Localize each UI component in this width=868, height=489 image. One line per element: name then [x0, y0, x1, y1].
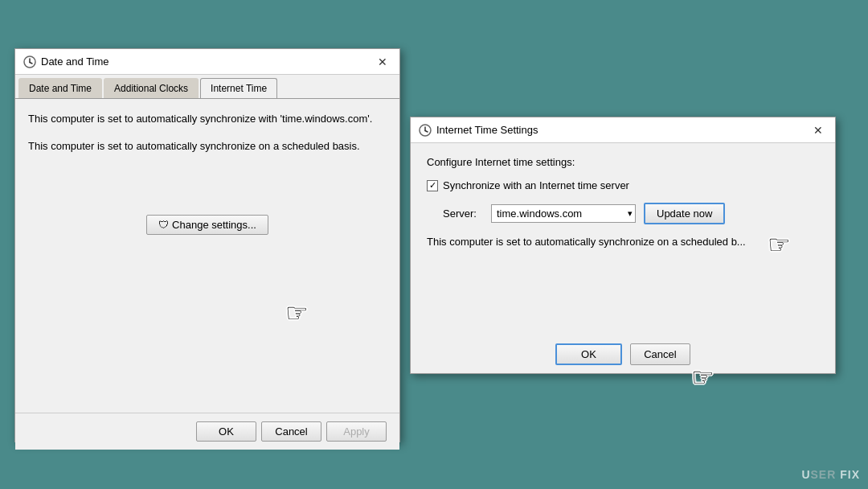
date-time-title-group: Date and Time: [23, 55, 109, 68]
server-label: Server:: [443, 208, 483, 220]
watermark-u: U: [801, 468, 810, 481]
watermark-ser: SER: [811, 468, 837, 481]
tab-date-time[interactable]: Date and Time: [18, 78, 102, 98]
internet-time-title-text: Internet Time Settings: [436, 124, 538, 136]
server-select[interactable]: time.windows.com time.nist.gov pool.ntp.…: [491, 204, 636, 223]
watermark-fix: FIX: [836, 468, 860, 481]
internet-time-ok-button[interactable]: OK: [555, 343, 622, 365]
configure-label: Configure Internet time settings:: [427, 156, 819, 168]
date-time-title-text: Date and Time: [41, 55, 109, 68]
tab-internet-time[interactable]: Internet Time: [200, 78, 277, 98]
sync-info-text: This computer is set to automatically sy…: [28, 112, 387, 126]
close-icon: ✕: [378, 55, 387, 68]
sync-scheduled-text: This computer is set to automatically sy…: [427, 236, 819, 248]
change-settings-container: 🛡 Change settings...: [28, 215, 387, 235]
internet-time-close-button[interactable]: ✕: [809, 121, 827, 139]
svg-line-2: [30, 62, 32, 64]
internet-time-title-group: Internet Time Settings: [419, 124, 538, 137]
shield-icon: 🛡: [158, 219, 169, 231]
date-time-close-button[interactable]: ✕: [374, 53, 391, 71]
scheduled-sync-text: This computer is set to automatically sy…: [28, 139, 387, 154]
clock-icon-2: [419, 124, 432, 137]
internet-time-cancel-button[interactable]: Cancel: [630, 343, 690, 365]
sync-checkbox[interactable]: [427, 180, 438, 191]
internet-time-titlebar: Internet Time Settings ✕: [411, 117, 835, 143]
sync-checkbox-row: Synchronize with an Internet time server: [427, 179, 819, 191]
date-time-footer: OK Cancel Apply: [15, 413, 399, 450]
date-time-tabs: Date and Time Additional Clocks Internet…: [15, 75, 399, 99]
server-select-wrapper: time.windows.com time.nist.gov pool.ntp.…: [491, 204, 636, 223]
apply-button[interactable]: Apply: [326, 421, 387, 442]
internet-time-dialog: Internet Time Settings ✕ Configure Inter…: [410, 117, 836, 374]
internet-time-footer: OK Cancel: [411, 335, 835, 373]
tab-additional-clocks[interactable]: Additional Clocks: [104, 78, 199, 98]
clock-icon: [23, 55, 36, 68]
ok-button[interactable]: OK: [196, 421, 256, 442]
cancel-button[interactable]: Cancel: [261, 421, 321, 442]
date-time-titlebar: Date and Time ✕: [15, 49, 399, 75]
watermark: USER FIX: [801, 468, 860, 481]
date-time-dialog: Date and Time ✕ Date and Time Additional…: [14, 48, 400, 442]
date-time-content: This computer is set to automatically sy…: [15, 99, 399, 413]
close-icon-2: ✕: [813, 124, 823, 137]
svg-line-5: [425, 130, 428, 132]
update-now-button[interactable]: Update now: [644, 203, 725, 224]
sync-checkbox-label: Synchronize with an Internet time server: [443, 179, 629, 191]
change-settings-button[interactable]: 🛡 Change settings...: [146, 215, 268, 235]
internet-time-content: Configure Internet time settings: Synchr…: [411, 143, 835, 273]
server-row: Server: time.windows.com time.nist.gov p…: [443, 203, 819, 224]
